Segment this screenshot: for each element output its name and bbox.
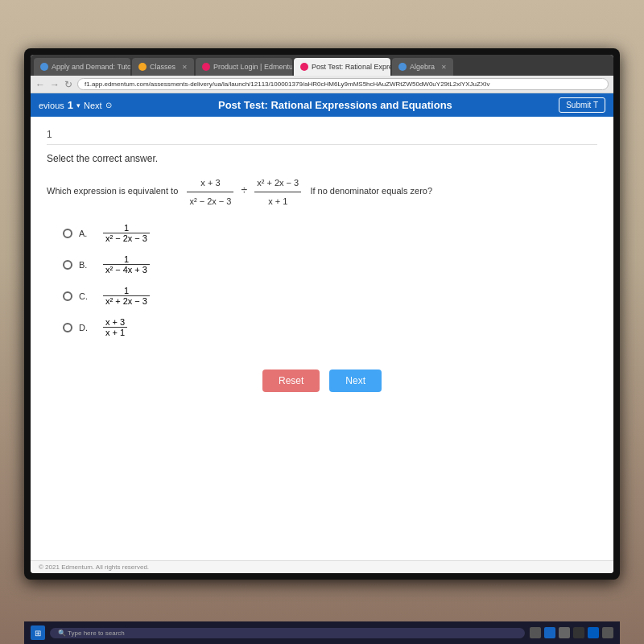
browser-footer: © 2021 Edmentum. All rights reserved. [31,560,613,573]
forward-icon[interactable]: → [50,79,60,90]
fraction-1-numerator: x + 3 [187,174,233,192]
radio-d[interactable] [63,323,72,332]
copyright-text: © 2021 Edmentum. All rights reserved. [39,564,149,571]
option-a-num: 1 [103,223,150,233]
address-bar[interactable]: f1.app.edmentum.com/assessments-delivery… [77,78,609,90]
reset-button[interactable]: Reset [262,369,320,392]
tab-close-algebra-icon[interactable]: ✕ [441,64,447,71]
option-d-fraction: x + 3 x + 1 [103,317,127,337]
submit-button[interactable]: Submit T [559,97,605,113]
tab-label-classes: Classes [150,63,175,71]
laptop-background: Apply and Demand: Tutorial ✕ Classes ✕ P… [0,0,644,644]
option-d-num: x + 3 [103,317,127,328]
taskbar-icon-3[interactable] [559,627,570,638]
division-operator: ÷ [241,184,247,196]
option-a-den: x² − 2x − 3 [103,233,150,243]
option-c-label: C. [79,291,95,301]
radio-b[interactable] [63,260,72,270]
browser-window: Apply and Demand: Tutorial ✕ Classes ✕ P… [31,55,613,573]
taskbar-search-label: Type here to search [68,630,125,637]
edmentum-toolbar: evious 1 ▾ Next ⊙ Post Test: Rational Ex… [31,93,613,117]
taskbar-icon-4[interactable] [573,627,584,638]
option-c-fraction: 1 x² + 2x − 3 [103,286,150,306]
windows-button[interactable]: ⊞ [31,625,45,640]
question-text: Which expression is equivalent to x + 3 … [47,174,597,210]
fraction-1: x + 3 x² − 2x − 3 [187,174,233,210]
tab-icon-classes [138,63,147,71]
option-a: A. 1 x² − 2x − 3 [63,223,597,243]
tab-label-posttest: Post Test: Rational Expressions [312,63,390,71]
option-b-fraction: 1 x² − 4x + 3 [103,254,150,275]
tab-classes[interactable]: Classes ✕ [132,58,194,76]
toolbar-navigation: evious 1 ▾ Next ⊙ [39,99,112,111]
option-d-den: x + 1 [103,328,127,337]
option-b: B. 1 x² − 4x + 3 [63,254,597,275]
option-d-label: D. [79,323,95,332]
fraction-2: x² + 2x − 3 x + 1 [254,174,301,210]
fraction-1-denominator: x² − 2x − 3 [187,192,233,210]
action-buttons: Reset Next [47,361,597,400]
question-expression: x + 3 x² − 2x − 3 ÷ x² + 2x − 3 x + 1 If… [180,186,432,196]
option-b-label: B. [79,260,95,270]
option-c-num: 1 [103,286,150,296]
reload-icon[interactable]: ↻ [64,79,72,90]
fraction-2-denominator: x + 1 [254,192,301,210]
taskbar-icons [530,627,613,638]
tab-label-login: Product Login | Edmentum [213,63,292,71]
tab-label: Apply and Demand: Tutorial [52,63,130,71]
tab-supply-demand[interactable]: Apply and Demand: Tutorial ✕ [34,58,130,76]
tab-icon-posttest [300,63,308,71]
taskbar: ⊞ 🔍 Type here to search [24,621,620,644]
question-instruction: Select the correct answer. [47,153,597,164]
address-bar-area: ← → ↻ f1.app.edmentum.com/assessments-de… [31,76,613,93]
option-b-num: 1 [103,254,150,265]
question-dropdown-icon[interactable]: ▾ [76,101,80,109]
tab-algebra[interactable]: Algebra ✕ [392,58,453,76]
taskbar-icon-2[interactable] [544,627,555,638]
option-a-fraction: 1 x² − 2x − 3 [103,223,150,243]
tab-icon-algebra [398,63,407,71]
tab-icon-login [202,63,210,71]
question-number: 1 [47,129,597,145]
radio-c[interactable] [63,291,72,301]
radio-a[interactable] [63,229,72,238]
option-d: D. x + 3 x + 1 [63,317,597,337]
search-icon: 🔍 [58,630,66,637]
option-b-den: x² − 4x + 3 [103,265,150,275]
back-icon[interactable]: ← [35,79,45,90]
taskbar-icon-5[interactable] [588,627,599,638]
fraction-2-numerator: x² + 2x − 3 [254,174,301,192]
taskbar-icon-6[interactable] [602,627,613,638]
laptop-screen: Apply and Demand: Tutorial ✕ Classes ✕ P… [24,48,620,580]
tab-label-algebra: Algebra [410,63,435,71]
next-button[interactable]: Next [329,369,382,392]
option-c-den: x² + 2x − 3 [103,296,150,306]
question-number-display: 1 [68,99,73,111]
main-content: 1 Select the correct answer. Which expre… [31,117,613,560]
question-condition: If no denominator equals zero? [310,186,432,196]
tab-icon [40,63,48,71]
toolbar-title: Post Test: Rational Expressions and Equa… [118,99,553,111]
previous-link[interactable]: evious [39,101,64,110]
tab-post-test[interactable]: Post Test: Rational Expressions ✕ [294,58,390,76]
taskbar-search[interactable]: 🔍 Type here to search [50,628,525,638]
answer-options: A. 1 x² − 2x − 3 B. 1 x² − 4x + 3 [63,223,597,337]
next-arrow-icon: ⊙ [105,101,112,109]
tab-bar: Apply and Demand: Tutorial ✕ Classes ✕ P… [31,55,613,76]
next-link[interactable]: Next [84,101,102,110]
taskbar-icon-1[interactable] [530,627,541,638]
tab-close-classes-icon[interactable]: ✕ [182,64,188,71]
option-c: C. 1 x² + 2x − 3 [63,286,597,306]
option-a-label: A. [79,229,95,238]
tab-product-login[interactable]: Product Login | Edmentum ✕ [196,58,292,76]
question-stem: Which expression is equivalent to [47,186,178,196]
